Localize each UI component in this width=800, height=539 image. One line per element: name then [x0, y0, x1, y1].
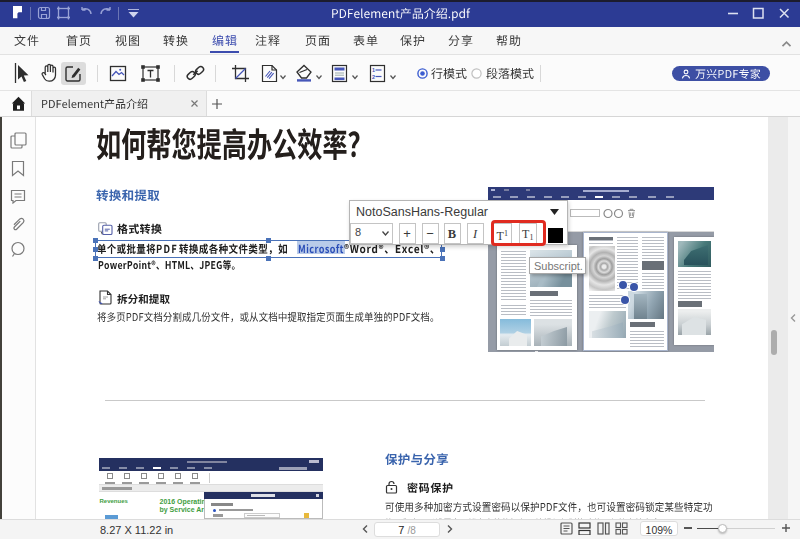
svg-text:1: 1 — [372, 67, 375, 73]
svg-text:2: 2 — [372, 74, 375, 80]
